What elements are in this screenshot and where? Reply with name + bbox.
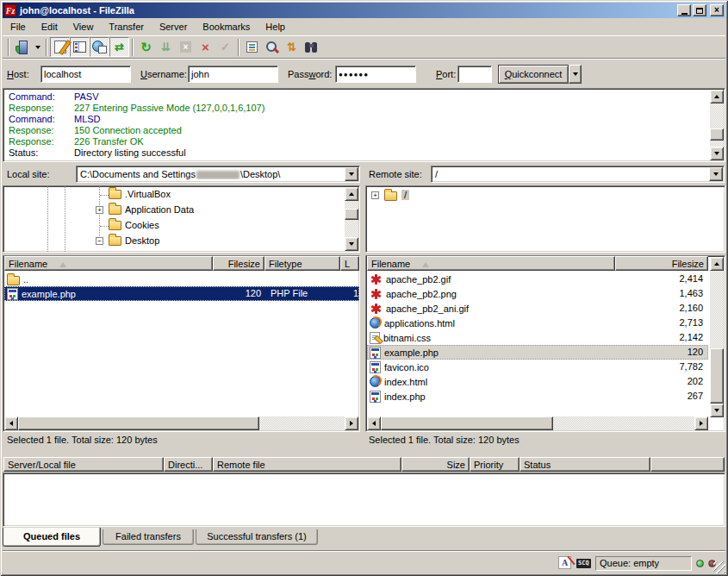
- column-header-filetype[interactable]: Filetype: [264, 256, 340, 271]
- toggle-queue-button[interactable]: ⇄: [109, 37, 129, 57]
- remote-hscrollbar-thumb[interactable]: [381, 416, 553, 430]
- log-line: Response:227 Entering Passive Mode (127,…: [9, 103, 264, 114]
- maximize-button[interactable]: [693, 4, 706, 16]
- quickconnect-dropdown-button[interactable]: [569, 65, 582, 84]
- log-line: Response:226 Transfer OK: [9, 136, 144, 147]
- close-icon: ×: [714, 6, 719, 15]
- menu-view[interactable]: View: [65, 20, 102, 34]
- tree-item-root[interactable]: + /: [366, 188, 725, 203]
- scroll-down-button[interactable]: [710, 147, 724, 160]
- column-header-remote-file[interactable]: Remote file: [213, 457, 401, 472]
- minimize-button[interactable]: [677, 4, 691, 16]
- scroll-up-button[interactable]: [710, 257, 724, 271]
- log-scrollbar-thumb[interactable]: [710, 128, 724, 141]
- toolbar-grip: [8, 39, 9, 56]
- synchronized-browsing-button[interactable]: ⇅: [282, 37, 302, 57]
- tree-item-application-data[interactable]: + Application Data: [3, 203, 359, 218]
- html-file-icon: [370, 376, 381, 387]
- expand-toggle-icon[interactable]: +: [371, 191, 379, 199]
- column-header-filesize[interactable]: Filesize: [615, 256, 708, 271]
- disconnect-button[interactable]: ×: [196, 37, 215, 57]
- close-button[interactable]: ×: [710, 4, 724, 16]
- collapse-toggle-icon[interactable]: −: [96, 237, 103, 245]
- php-file-icon: [370, 347, 381, 359]
- scroll-right-button[interactable]: [345, 416, 358, 430]
- column-header-filename[interactable]: Filename: [367, 256, 615, 271]
- column-header-priority[interactable]: Priority: [470, 457, 520, 472]
- refresh-button[interactable]: ↻: [136, 37, 156, 57]
- table-row[interactable]: bitnami.css2,142: [367, 330, 708, 345]
- cancel-operation-button[interactable]: ×: [176, 37, 196, 57]
- scroll-left-button[interactable]: [4, 416, 18, 430]
- port-input[interactable]: [457, 66, 492, 83]
- queue-list[interactable]: [3, 473, 725, 527]
- column-header-server-local-file[interactable]: Server/Local file: [3, 457, 164, 472]
- remote-site-dropdown-button[interactable]: [709, 167, 723, 181]
- local-site-dropdown-button[interactable]: [345, 167, 358, 181]
- tree-item-cookies[interactable]: Cookies: [3, 218, 359, 234]
- find-files-button[interactable]: [302, 37, 321, 57]
- menu-server[interactable]: Server: [152, 20, 195, 34]
- tab-failed-transfers[interactable]: Failed transfers: [103, 529, 194, 545]
- toggle-message-log-button[interactable]: [50, 37, 70, 57]
- toggle-remote-tree-button[interactable]: [90, 37, 109, 57]
- menu-help[interactable]: Help: [258, 20, 293, 34]
- table-row[interactable]: apache_pb2_ani.gif2,160: [367, 301, 708, 316]
- resize-grip[interactable]: [713, 561, 725, 573]
- column-header-direction[interactable]: Directi...: [164, 457, 213, 472]
- table-row[interactable]: favicon.ico7,782: [367, 360, 708, 374]
- remote-site-combobox[interactable]: /: [431, 166, 725, 183]
- menu-bookmarks[interactable]: Bookmarks: [195, 20, 258, 34]
- column-header-status[interactable]: Status: [520, 457, 650, 472]
- username-input[interactable]: [188, 66, 278, 83]
- toggle-local-tree-button[interactable]: [70, 37, 90, 57]
- local-hscrollbar-thumb[interactable]: [18, 416, 259, 430]
- datatype-indicator-icon[interactable]: A: [558, 556, 571, 569]
- tab-successful-transfers[interactable]: Successful transfers (1): [196, 529, 318, 545]
- remote-vscrollbar-thumb[interactable]: [710, 348, 724, 404]
- message-log: Command:PASV Response:227 Entering Passi…: [3, 88, 725, 162]
- scroll-down-button[interactable]: [345, 237, 358, 251]
- directory-comparison-button[interactable]: [262, 37, 282, 57]
- reconnect-button[interactable]: ✓: [215, 37, 235, 57]
- menu-edit[interactable]: Edit: [34, 20, 65, 34]
- column-header-filename[interactable]: Filename: [4, 256, 213, 271]
- chevron-down-icon: [573, 72, 578, 76]
- maximize-icon: [696, 8, 703, 14]
- table-row-parent-dir[interactable]: ..: [4, 272, 358, 286]
- table-row[interactable]: apache_pb2.gif2,414: [367, 272, 708, 286]
- tree-item-desktop[interactable]: − Desktop: [3, 234, 359, 249]
- tab-queued-files[interactable]: Queued files: [3, 528, 101, 547]
- table-row[interactable]: index.php267: [367, 389, 708, 404]
- column-header-size[interactable]: Size: [401, 457, 470, 472]
- password-input[interactable]: [335, 66, 416, 83]
- column-header-modified[interactable]: L: [340, 256, 359, 271]
- log-line: Command:PASV: [9, 91, 99, 103]
- table-row-example-php[interactable]: example.php120: [367, 345, 708, 360]
- local-tree-scrollbar-thumb[interactable]: [345, 209, 358, 220]
- column-header-filesize[interactable]: Filesize: [213, 256, 264, 271]
- table-row[interactable]: applications.html2,713: [367, 316, 708, 330]
- site-manager-button[interactable]: [12, 37, 32, 57]
- table-row-example-php[interactable]: example.php 120 PHP File 1: [4, 286, 359, 301]
- quickconnect-button[interactable]: Quickconnect: [498, 65, 569, 84]
- table-row[interactable]: apache_pb2.png1,463: [367, 286, 708, 301]
- scroll-down-button[interactable]: [710, 404, 724, 417]
- site-manager-dropdown-button[interactable]: [32, 38, 43, 56]
- menu-transfer[interactable]: Transfer: [101, 20, 152, 34]
- tree-item-virtualbox[interactable]: .VirtualBox: [3, 187, 359, 203]
- local-site-combobox[interactable]: C:\Documents and Settings\Desktop\: [76, 166, 360, 183]
- process-queue-button[interactable]: ⇊: [156, 37, 176, 57]
- filter-button[interactable]: [242, 37, 262, 57]
- scroll-right-button[interactable]: [694, 416, 708, 430]
- expand-toggle-icon[interactable]: +: [96, 206, 103, 214]
- table-row[interactable]: index.html202: [367, 374, 708, 389]
- speedlimit-indicator-icon[interactable]: SCQ: [576, 559, 591, 568]
- filezilla-logo-icon: Fz: [4, 4, 16, 16]
- menu-file[interactable]: File: [3, 20, 34, 34]
- scroll-up-button[interactable]: [345, 187, 358, 201]
- host-input[interactable]: [40, 66, 131, 83]
- queue-header: Server/Local file Directi... Remote file…: [3, 457, 725, 473]
- scroll-up-button[interactable]: [710, 90, 724, 103]
- scroll-left-button[interactable]: [367, 416, 381, 430]
